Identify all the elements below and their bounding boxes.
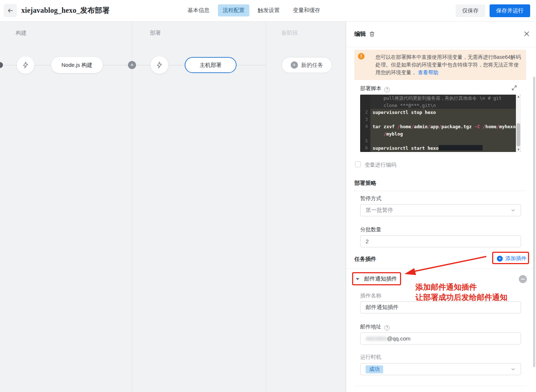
deploy-trigger-node[interactable]	[151, 56, 168, 74]
connector-line	[136, 65, 151, 65]
arrow-left-icon	[7, 7, 14, 14]
run-timing-label: 运行时机	[360, 354, 381, 361]
code-row: 5	[360, 138, 521, 145]
code-row: 6supervisorctl start hexo	[360, 145, 521, 152]
panel-scrollbar[interactable]	[533, 77, 535, 367]
plugin-name-value: 邮件通知插件	[366, 304, 399, 311]
stage-divider	[266, 22, 266, 392]
new-task-button[interactable]: + 新的任务	[282, 57, 332, 73]
top-bar: xiejavablog_hexo_发布部署 基本信息 流程配置 触发设置 变量和…	[0, 0, 536, 22]
editor-scrollbar[interactable]: ▲ ▼	[516, 95, 521, 152]
add-plugin-label: 添加插件	[505, 255, 526, 262]
lightning-icon	[22, 61, 29, 69]
scroll-up-icon[interactable]: ▲	[516, 95, 521, 99]
pause-mode-label: 暂停方式	[360, 195, 381, 202]
scroll-down-icon[interactable]: ▼	[516, 148, 521, 152]
email-masked-prefix: 4902893	[366, 335, 387, 342]
code-row: /myblog	[360, 130, 521, 138]
plus-circle-icon: +	[497, 256, 503, 262]
pipeline-canvas: 构建 部署 新阶段 Node.js 构建 + 主机部署 + 新的任务	[0, 22, 346, 392]
batch-count-label: 分批数量	[360, 226, 381, 233]
edit-panel: 编辑 您可以在部署脚本中直接使用环境变量，无需再进行Base64解码处理。但是如…	[346, 22, 536, 392]
panel-title: 编辑	[354, 30, 366, 38]
chevron-down-icon	[511, 208, 516, 213]
divider	[346, 47, 536, 47]
run-timing-tag: 成功	[366, 365, 383, 373]
code-row: 3	[360, 116, 521, 123]
save-and-run-button[interactable]: 保存并运行	[490, 4, 530, 17]
tab-basic-info[interactable]: 基本信息	[183, 4, 214, 16]
code-row: clone ***@***.git\n	[360, 102, 521, 109]
help-icon[interactable]: ?	[384, 325, 390, 331]
encode-variables-checkbox[interactable]	[355, 161, 361, 167]
email-address-input[interactable]: 4902893 @qq.com	[360, 332, 521, 345]
code-row: 4tar zxvf /home/admin/app/package.tgz -C…	[360, 123, 521, 130]
pause-mode-value: 第一批暂停	[366, 207, 393, 214]
delete-task-button[interactable]	[369, 31, 375, 37]
email-address-label-text: 邮件地址	[360, 324, 381, 330]
add-plugin-button[interactable]: + 添加插件	[497, 255, 526, 262]
remove-plugin-button[interactable]	[519, 275, 527, 283]
caret-down-icon	[356, 278, 359, 280]
task-node-nodejs-build[interactable]: Node.js 构建	[51, 57, 103, 73]
plus-icon: +	[291, 61, 298, 69]
stage-label-build: 构建	[16, 30, 27, 37]
new-task-label: 新的任务	[301, 62, 323, 69]
warning-icon: !	[358, 53, 365, 60]
editor-scroll-thumb[interactable]	[517, 123, 520, 146]
connector-line	[168, 65, 185, 65]
tab-bar: 基本信息 流程配置 触发设置 变量和缓存	[183, 4, 325, 16]
close-panel-button[interactable]	[523, 30, 530, 37]
expand-icon	[512, 85, 517, 91]
deploy-strategy-heading: 部署策略	[354, 180, 376, 187]
connector-line	[103, 65, 128, 65]
plugin-name-input[interactable]: 邮件通知插件	[360, 301, 521, 313]
chevron-down-icon	[511, 367, 516, 372]
trash-icon	[369, 31, 375, 37]
help-icon[interactable]: ?	[384, 87, 390, 92]
stage-label-new-stage: 新阶段	[282, 30, 298, 37]
env-var-notice: 您可以在部署脚本中直接使用环境变量，无需再进行Base64解码处理。但是如果你的…	[354, 50, 526, 80]
task-node-host-deploy[interactable]: 主机部署	[185, 57, 237, 73]
lightning-icon	[156, 61, 163, 69]
deploy-script-label: 部署脚本?	[360, 85, 390, 92]
stage-divider	[132, 22, 132, 392]
add-stage-plus-button[interactable]: +	[128, 61, 136, 69]
code-row: pull将源代码更新到服务器，再执行其他命令 \n # git	[360, 95, 521, 102]
editor-cursor	[439, 145, 483, 151]
task-plugins-heading: 任务插件	[354, 256, 376, 263]
save-only-button[interactable]: 仅保存	[456, 4, 485, 17]
plugin-name-label: 插件名称	[360, 292, 381, 299]
pause-mode-select[interactable]: 第一批暂停	[360, 204, 521, 216]
divider	[346, 269, 533, 269]
connector-line	[237, 65, 266, 65]
close-icon	[523, 30, 530, 37]
encode-variables-label: 变量进行编码	[365, 161, 396, 168]
page-title: xiejavablog_hexo_发布部署	[21, 5, 110, 15]
run-timing-select[interactable]: 成功	[360, 363, 521, 375]
tab-trigger-settings[interactable]: 触发设置	[253, 4, 284, 16]
pipeline-start-node	[0, 62, 3, 68]
batch-count-input[interactable]: 2	[360, 235, 521, 247]
stage-label-deploy: 部署	[150, 30, 161, 37]
view-help-link[interactable]: 查看帮助	[418, 69, 438, 75]
deploy-script-editor[interactable]: pull将源代码更新到服务器，再执行其他命令 \n # gitclone ***…	[360, 95, 521, 152]
batch-count-value: 2	[366, 238, 369, 244]
back-button[interactable]	[4, 4, 17, 17]
build-trigger-node[interactable]	[17, 56, 34, 74]
topbar-actions: 仅保存 保存并运行	[456, 4, 530, 17]
tab-process-config[interactable]: 流程配置	[218, 4, 249, 16]
code-editor-rows: pull将源代码更新到服务器，再执行其他命令 \n # gitclone ***…	[360, 95, 521, 152]
divider	[354, 191, 527, 191]
deploy-script-label-text: 部署脚本	[360, 85, 381, 91]
email-plugin-collapse-header[interactable]: 邮件通知插件	[356, 275, 397, 282]
divider	[354, 386, 527, 386]
email-address-label: 邮件地址?	[360, 323, 390, 331]
notice-text: 您可以在部署脚本中直接使用环境变量，无需再进行Base64解码处理。但是如果你的…	[375, 54, 521, 75]
code-row: 2supervisorctl stop hexo	[360, 109, 521, 116]
email-domain: @qq.com	[387, 335, 410, 342]
tab-variables-cache[interactable]: 变量和缓存	[288, 4, 325, 16]
expand-editor-button[interactable]	[512, 85, 517, 91]
connector-line	[3, 65, 17, 65]
connector-line	[34, 65, 51, 65]
